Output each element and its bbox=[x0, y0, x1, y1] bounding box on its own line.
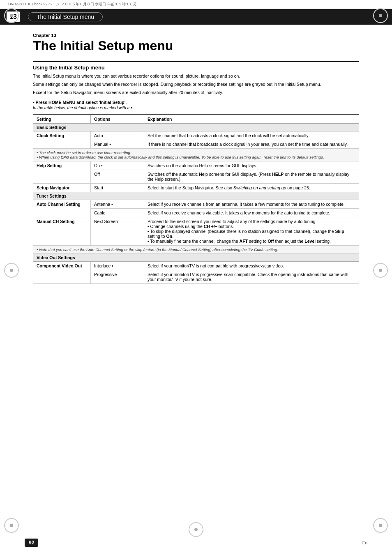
setting-name-help: Help Setting bbox=[33, 161, 91, 184]
option-help-on: On • bbox=[91, 161, 144, 170]
page-main-title: The Initial Setup menu bbox=[33, 39, 359, 53]
section-heading: Using the Initial Setup menu bbox=[33, 64, 359, 71]
option-navigator-start: Start bbox=[91, 184, 144, 192]
chapter-header-title: The Initial Setup menu bbox=[28, 12, 103, 21]
col-header-explanation: Explanation bbox=[144, 115, 359, 124]
section-row-tuner: Tuner Settings bbox=[33, 192, 359, 200]
chapter-header-bar: 13 The Initial Setup menu bbox=[0, 9, 392, 25]
section-row-basic: Basic Settings bbox=[33, 124, 359, 131]
col-header-setting: Setting bbox=[33, 115, 91, 124]
corner-decoration-top-right bbox=[367, 8, 388, 29]
footer: 92 En bbox=[25, 539, 367, 547]
table-row-note-clock: • The clock must be set in order to use … bbox=[33, 149, 359, 161]
explanation-clock-manual: If there is no channel that broadcasts a… bbox=[144, 140, 359, 149]
corner-decoration-mid-left bbox=[4, 263, 25, 283]
option-component-interlace: Interlace • bbox=[91, 262, 144, 270]
page-lang: En bbox=[362, 541, 367, 545]
note-clock: • The clock must be set in order to use … bbox=[33, 149, 359, 161]
main-content: Chapter 13 The Initial Setup menu Using … bbox=[0, 25, 392, 292]
setting-name-manual-ch: Manual CH Setting bbox=[33, 217, 91, 246]
table-row: Auto Channel Setting Antenna • Select if… bbox=[33, 200, 359, 209]
table-row-note-manual-ch: • Note that you can't use the Auto Chann… bbox=[33, 246, 359, 254]
explanation-auto-ch-cable: Select if you receive channels via cable… bbox=[144, 209, 359, 217]
corner-decoration-top-left bbox=[4, 8, 25, 29]
explanation-component-progressive: Select if your monitor/TV is progressive… bbox=[144, 270, 359, 284]
top-strip-text: DVR-530H_KU.book 92 ページ ２００５年６月８日 水曜日 午前… bbox=[8, 2, 137, 7]
body-text-1: The Initial Setup menu is where you can … bbox=[33, 73, 359, 80]
explanation-component-interlace: Select if your monitor/TV is not compati… bbox=[144, 262, 359, 270]
explanation-navigator: Select to start the Setup Navigator. See… bbox=[144, 184, 359, 192]
explanation-manual-ch: Proceed to the next screen if you need t… bbox=[144, 217, 359, 246]
note-manual-ch: • Note that you can't use the Auto Chann… bbox=[33, 246, 359, 254]
table-row: Help Setting On • Switches on the automa… bbox=[33, 161, 359, 170]
chapter-label: Chapter 13 bbox=[33, 33, 359, 38]
section-label-video-out: Video Out Settings bbox=[33, 254, 359, 262]
top-strip: DVR-530H_KU.book 92 ページ ２００５年６月８日 水曜日 午前… bbox=[0, 0, 392, 9]
setting-name-component-video: Component Video Out bbox=[33, 262, 91, 284]
section-label-tuner: Tuner Settings bbox=[33, 192, 359, 200]
corner-decoration-bot-right bbox=[367, 518, 388, 539]
section-divider-1 bbox=[33, 61, 359, 62]
corner-decoration-mid-right bbox=[367, 263, 388, 283]
bullet-instruction: Press HOME MENU and select 'Initial Setu… bbox=[33, 100, 359, 105]
option-clock-auto: Auto bbox=[91, 131, 144, 140]
col-header-options: Options bbox=[91, 115, 144, 124]
setting-name-clock: Clock Setting bbox=[33, 131, 91, 149]
table-row: Clock Setting Auto Set the channel that … bbox=[33, 131, 359, 140]
section-label-basic: Basic Settings bbox=[33, 124, 359, 131]
explanation-help-off: Switches off the automatic Help screens … bbox=[144, 170, 359, 184]
section-row-video-out: Video Out Settings bbox=[33, 254, 359, 262]
option-manual-ch-next: Next Screen bbox=[91, 217, 144, 246]
page-number-badge: 92 bbox=[25, 539, 38, 547]
body-text-3: Except for the Setup Navigator, menu scr… bbox=[33, 90, 359, 96]
explanation-help-on: Switches on the automatic Help screens f… bbox=[144, 161, 359, 170]
corner-decoration-bot-left bbox=[4, 518, 25, 539]
setting-name-auto-ch: Auto Channel Setting bbox=[33, 200, 91, 217]
settings-table: Setting Options Explanation Basic Settin… bbox=[33, 114, 359, 284]
option-clock-manual: Manual • bbox=[91, 140, 144, 149]
italic-note: In the table below, the default option i… bbox=[33, 106, 359, 110]
body-text-2: Some settings can only be changed when t… bbox=[33, 81, 359, 88]
setting-name-navigator: Setup Navigator bbox=[33, 184, 91, 192]
table-row: Manual CH Setting Next Screen Proceed to… bbox=[33, 217, 359, 246]
explanation-clock-auto: Set the channel that broadcasts a clock … bbox=[144, 131, 359, 140]
table-row: Setup Navigator Start Select to start th… bbox=[33, 184, 359, 192]
explanation-auto-ch-antenna: Select if you receive channels from an a… bbox=[144, 200, 359, 209]
option-auto-ch-antenna: Antenna • bbox=[91, 200, 144, 209]
option-component-progressive: Progressive bbox=[91, 270, 144, 284]
option-auto-ch-cable: Cable bbox=[91, 209, 144, 217]
option-help-off: Off bbox=[91, 170, 144, 184]
table-row: Component Video Out Interlace • Select i… bbox=[33, 262, 359, 270]
